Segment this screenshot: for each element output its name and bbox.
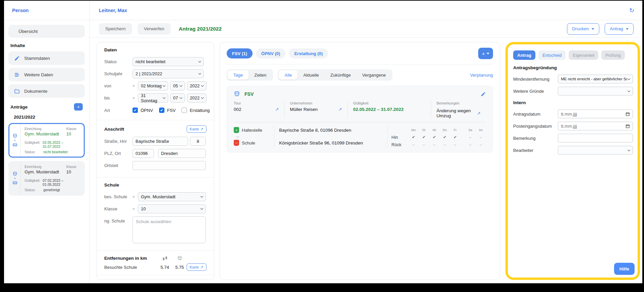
checkbox-erstattung[interactable]: Erstattung bbox=[182, 108, 210, 113]
posteingangsdatum-input[interactable]: tt.mm.jjjj bbox=[558, 122, 633, 130]
antrag-detail-panel-highlighted: Antrag Entscheid Eigenanteil Prüfung Ant… bbox=[505, 42, 640, 280]
tab-entscheid[interactable]: Entscheid bbox=[538, 50, 566, 60]
filter-vergangene[interactable]: Vergangene bbox=[356, 70, 391, 80]
schule-stop-label: Schule bbox=[242, 140, 274, 145]
tab-pruefung[interactable]: Prüfung bbox=[601, 50, 625, 60]
external-link-icon[interactable]: ↗ bbox=[269, 107, 279, 112]
toggle-tage[interactable]: Tage bbox=[228, 70, 249, 80]
chevron-down-icon bbox=[628, 148, 630, 151]
karte-entfernung-button[interactable]: Karte ↗ bbox=[187, 263, 206, 271]
mindestentfernung-select[interactable]: ME nicht erreicht - aber gefährlicher Sc bbox=[558, 75, 633, 83]
tab-antrag[interactable]: Antrag bbox=[513, 50, 535, 60]
calendar-icon[interactable] bbox=[626, 124, 630, 128]
tab-eigenanteil[interactable]: Eigenanteil bbox=[569, 50, 598, 60]
chevron-down-icon bbox=[198, 72, 201, 75]
list-icon bbox=[14, 72, 20, 78]
ng-schule-input[interactable]: Schule auswählen bbox=[132, 216, 206, 243]
tab-fsv[interactable]: FSV (1) bbox=[227, 48, 253, 58]
karte-label: Karte bbox=[190, 265, 199, 269]
weitere-gruende-select[interactable] bbox=[558, 87, 633, 95]
bis-field-label: bis bbox=[104, 95, 132, 100]
bemerkung-input[interactable] bbox=[558, 134, 633, 142]
checkbox-oepnv[interactable]: ✔ ÖPNV bbox=[132, 108, 153, 113]
fsv-entry-card: FSV Tour 002↗ Unternehmen bbox=[227, 86, 493, 153]
print-dropdown-button[interactable]: Drucken bbox=[567, 23, 599, 35]
gueltigkeit-label: Gültigkeit: bbox=[25, 178, 43, 186]
plz-input[interactable]: 01096 bbox=[132, 149, 154, 158]
bis-day-select[interactable]: 31 Sonntag bbox=[138, 93, 168, 102]
schuljahr-field-label: Schuljahr bbox=[104, 71, 132, 76]
add-antrag-button[interactable]: + bbox=[74, 103, 83, 111]
external-link-icon: ↗ bbox=[200, 265, 203, 269]
antrag-card-selected[interactable]: + Einrichtung Gym. Musterstadt Klasse 10 bbox=[8, 123, 85, 158]
footprints-icon bbox=[157, 256, 172, 260]
von-day-select[interactable]: 02 Montag bbox=[138, 81, 168, 90]
strasse-input[interactable]: Bayrische Straße bbox=[132, 137, 188, 146]
discard-button[interactable]: Verwerfen bbox=[138, 23, 171, 35]
checkbox-fsv[interactable]: ✔ FSV bbox=[159, 108, 176, 113]
toggle-zeiten[interactable]: Zeiten bbox=[249, 70, 272, 80]
sidebar-item-weitere-daten[interactable]: Weitere Daten bbox=[8, 68, 85, 81]
schule-adresse: Königsbrücker Straße 96, 01099 Dresden bbox=[274, 140, 384, 145]
karte-anschrift-button[interactable]: Karte ↗ bbox=[187, 125, 206, 133]
refresh-icon[interactable]: ↻ bbox=[629, 7, 634, 14]
print-label: Drucken bbox=[572, 26, 589, 31]
hilfe-button[interactable]: Hilfe bbox=[614, 263, 635, 275]
ng-schule-placeholder: Schule auswählen bbox=[136, 219, 172, 224]
verplanung-link[interactable]: Verplanung bbox=[470, 73, 493, 78]
einrichtung-label: Einrichtung bbox=[25, 127, 66, 131]
filter-aktuelle[interactable]: Aktuelle bbox=[298, 70, 325, 80]
clear-icon[interactable]: × bbox=[132, 207, 138, 211]
hausnummer-input[interactable]: 8 bbox=[190, 137, 206, 146]
status-label: Status: bbox=[25, 150, 43, 154]
mindestentfernung-label: Mindestentfernung bbox=[513, 77, 558, 82]
bus-front-icon bbox=[234, 91, 240, 97]
bearbeiter-label: Bearbeiter bbox=[513, 148, 558, 153]
clear-icon[interactable]: × bbox=[132, 84, 138, 88]
edit-icon[interactable] bbox=[481, 91, 486, 97]
unternehmen-label: Unternehmen bbox=[290, 101, 342, 105]
card-transport-icons: + bbox=[9, 124, 21, 157]
antragsdatum-input[interactable]: tt.mm.jjjj bbox=[558, 110, 633, 118]
filter-zukuenftige[interactable]: Zukünftige bbox=[325, 70, 356, 80]
clear-icon[interactable]: × bbox=[132, 195, 138, 199]
external-link-icon[interactable]: ↗ bbox=[332, 107, 342, 112]
bis-year-select[interactable]: 2022 bbox=[187, 93, 206, 102]
von-month-select[interactable]: 05 bbox=[170, 81, 185, 90]
bes-schule-select[interactable]: Gym. Musterstadt bbox=[138, 192, 206, 201]
antrag-dropdown-button[interactable]: Antrag bbox=[605, 23, 634, 35]
sidebar-item-label: Weitere Daten bbox=[24, 72, 53, 77]
schuljahr-select[interactable]: 2 | 2021/2022 bbox=[132, 69, 204, 78]
filter-alle[interactable]: Alle bbox=[279, 70, 298, 80]
hin-mark: ✔ bbox=[429, 135, 440, 139]
rueck-mark: – bbox=[419, 142, 429, 147]
gueltigkeit-value: 07.02.2022 – 01.05.2022 bbox=[43, 178, 80, 186]
ort-input[interactable]: Dresden bbox=[158, 149, 206, 158]
ortsteil-field-label: Ortsteil bbox=[104, 163, 132, 168]
sidebar-item-stammdaten[interactable]: Stammdaten bbox=[8, 51, 85, 65]
klasse-select[interactable]: 10 bbox=[138, 204, 206, 213]
von-year-select[interactable]: 2022 bbox=[187, 81, 206, 90]
sidebar-item-uebersicht[interactable]: Übersicht bbox=[8, 25, 85, 38]
external-link-icon[interactable]: ↗ bbox=[471, 111, 481, 116]
view-toggle: Tage Zeiten bbox=[227, 69, 273, 81]
clear-icon[interactable]: × bbox=[132, 96, 138, 100]
antrag-card[interactable]: + Einrichtung Gym. Musterstadt Klasse 10 bbox=[8, 161, 85, 196]
haltestelle-adresse: Bayrische Straße 8, 01096 Dresden bbox=[274, 128, 384, 133]
weitere-gruende-label: Weitere Gründe bbox=[513, 89, 558, 94]
tab-erstattung[interactable]: Erstattung (0) bbox=[289, 48, 328, 58]
plz-field-label: PLZ, Ort bbox=[104, 151, 132, 156]
begruendung-section-title: Antragsbegründung bbox=[513, 65, 633, 70]
save-button[interactable]: Speichern bbox=[99, 23, 132, 35]
tab-oepnv[interactable]: ÖPNV (0) bbox=[256, 48, 286, 58]
haltestelle-marker-icon: + bbox=[234, 127, 239, 133]
bis-month-select[interactable]: 07 bbox=[170, 93, 185, 102]
status-select[interactable]: nicht bearbeitet bbox=[132, 57, 204, 66]
daten-panel: Daten Status nicht bearbeitet Schuljahr … bbox=[97, 42, 214, 280]
ortsteil-input[interactable] bbox=[132, 161, 206, 170]
calendar-icon[interactable] bbox=[626, 112, 630, 116]
sidebar-item-dokumente[interactable]: Dokumente bbox=[8, 84, 85, 98]
day-label: Sa bbox=[465, 128, 476, 132]
bearbeiter-select[interactable] bbox=[558, 146, 633, 155]
add-verkehr-button[interactable]: + bbox=[478, 48, 493, 59]
